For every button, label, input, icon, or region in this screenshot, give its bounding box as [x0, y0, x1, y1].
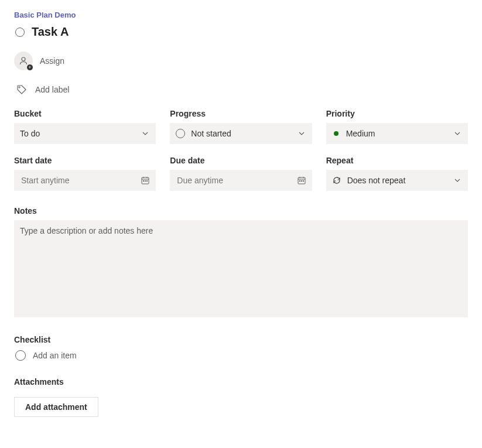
priority-value: Medium: [346, 129, 375, 138]
bucket-select[interactable]: To do: [14, 123, 156, 144]
priority-label: Priority: [326, 109, 468, 118]
checklist-add-row[interactable]: Add an item: [14, 350, 468, 361]
repeat-field: Repeat Does not repeat: [326, 156, 468, 191]
svg-point-1: [19, 87, 20, 88]
bucket-label: Bucket: [14, 109, 156, 118]
checklist-label: Checklist: [14, 335, 468, 344]
chevron-down-icon: [141, 129, 150, 138]
start-date-input[interactable]: [20, 175, 141, 186]
calendar-icon[interactable]: [297, 176, 306, 185]
svg-rect-14: [301, 180, 302, 182]
progress-label: Progress: [170, 109, 312, 118]
add-label-button[interactable]: Add label: [16, 84, 468, 95]
attachments-label: Attachments: [14, 377, 468, 387]
add-label-text: Add label: [35, 85, 69, 94]
calendar-icon[interactable]: [141, 176, 150, 185]
task-title-row: Task A: [14, 25, 468, 39]
svg-rect-8: [146, 180, 148, 182]
add-attachment-button[interactable]: Add attachment: [14, 397, 98, 417]
checklist-add-text: Add an item: [33, 351, 77, 360]
svg-rect-15: [303, 180, 304, 182]
chevron-down-icon: [297, 129, 306, 138]
priority-select[interactable]: Medium: [326, 123, 468, 144]
assign-button[interactable]: + Assign: [14, 52, 468, 70]
due-date-label: Due date: [170, 156, 312, 165]
progress-select[interactable]: Not started: [170, 123, 312, 144]
due-date-input[interactable]: [176, 175, 296, 186]
task-title[interactable]: Task A: [32, 25, 69, 39]
priority-medium-icon: [334, 131, 339, 136]
chevron-down-icon: [453, 129, 462, 138]
add-badge-icon: +: [26, 64, 33, 71]
notes-label: Notes: [14, 206, 468, 216]
repeat-icon: [332, 176, 341, 185]
complete-task-circle[interactable]: [15, 28, 25, 37]
svg-rect-7: [145, 180, 146, 182]
bucket-value: To do: [20, 129, 40, 138]
start-date-field: Start date: [14, 156, 156, 191]
not-started-icon: [176, 129, 185, 138]
priority-field: Priority Medium: [326, 109, 468, 144]
due-date-field: Due date: [170, 156, 312, 191]
chevron-down-icon: [453, 176, 462, 185]
repeat-label: Repeat: [326, 156, 468, 165]
assign-avatar-wrap: +: [14, 52, 33, 70]
svg-rect-6: [143, 180, 144, 182]
notes-textarea[interactable]: [14, 220, 468, 317]
start-date-input-wrap[interactable]: [14, 170, 156, 191]
progress-field: Progress Not started: [170, 109, 312, 144]
plan-link[interactable]: Basic Plan Demo: [14, 11, 468, 19]
bucket-field: Bucket To do: [14, 109, 156, 144]
progress-value: Not started: [191, 129, 231, 138]
repeat-select[interactable]: Does not repeat: [326, 170, 468, 191]
start-date-label: Start date: [14, 156, 156, 165]
repeat-value: Does not repeat: [347, 176, 406, 185]
checklist-section: Checklist Add an item: [14, 335, 468, 361]
svg-point-0: [22, 57, 25, 61]
notes-section: Notes: [14, 206, 468, 320]
svg-rect-13: [299, 180, 300, 182]
attachments-section: Attachments Add attachment: [14, 377, 468, 417]
checklist-item-circle[interactable]: [15, 350, 26, 361]
due-date-input-wrap[interactable]: [170, 170, 312, 191]
tag-icon: [16, 84, 27, 95]
assign-label: Assign: [40, 56, 64, 66]
